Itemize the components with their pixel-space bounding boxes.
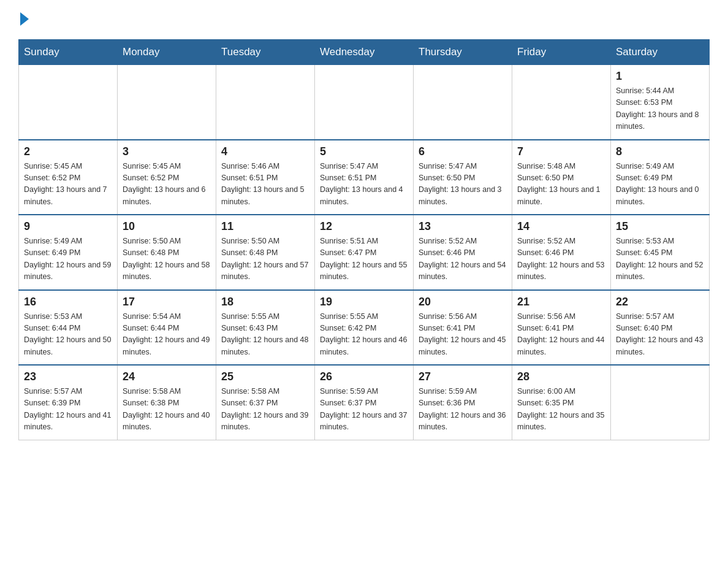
day-number: 21 — [517, 296, 605, 308]
calendar-cell: 4Sunrise: 5:46 AMSunset: 6:51 PMDaylight… — [216, 140, 315, 215]
day-info: Sunrise: 5:49 AMSunset: 6:49 PMDaylight:… — [616, 161, 704, 209]
day-number: 4 — [221, 145, 309, 158]
calendar-cell: 19Sunrise: 5:55 AMSunset: 6:42 PMDayligh… — [315, 290, 414, 366]
calendar-cell: 21Sunrise: 5:56 AMSunset: 6:41 PMDayligh… — [512, 290, 611, 366]
day-info: Sunrise: 5:54 AMSunset: 6:44 PMDaylight:… — [123, 311, 211, 359]
calendar-cell: 1Sunrise: 5:44 AMSunset: 6:53 PMDaylight… — [611, 65, 710, 140]
day-info: Sunrise: 5:44 AMSunset: 6:53 PMDaylight:… — [616, 85, 704, 133]
calendar-header-friday: Friday — [512, 40, 611, 65]
day-number: 19 — [320, 296, 408, 308]
day-info: Sunrise: 5:45 AMSunset: 6:52 PMDaylight:… — [123, 161, 211, 209]
calendar-week-row-4: 16Sunrise: 5:53 AMSunset: 6:44 PMDayligh… — [19, 290, 710, 366]
day-number: 15 — [616, 220, 704, 233]
day-number: 26 — [320, 370, 408, 383]
calendar-cell: 3Sunrise: 5:45 AMSunset: 6:52 PMDaylight… — [118, 140, 216, 215]
day-number: 24 — [123, 370, 211, 383]
calendar-cell: 8Sunrise: 5:49 AMSunset: 6:49 PMDaylight… — [611, 140, 710, 215]
day-number: 14 — [517, 220, 605, 233]
calendar-cell: 13Sunrise: 5:52 AMSunset: 6:46 PMDayligh… — [414, 215, 512, 290]
day-info: Sunrise: 6:00 AMSunset: 6:35 PMDaylight:… — [517, 386, 605, 434]
day-number: 27 — [419, 370, 507, 383]
calendar-cell: 5Sunrise: 5:47 AMSunset: 6:51 PMDaylight… — [315, 140, 414, 215]
calendar-cell: 18Sunrise: 5:55 AMSunset: 6:43 PMDayligh… — [216, 290, 315, 366]
day-info: Sunrise: 5:53 AMSunset: 6:45 PMDaylight:… — [616, 236, 704, 283]
day-info: Sunrise: 5:52 AMSunset: 6:46 PMDaylight:… — [517, 236, 605, 283]
calendar-cell — [216, 65, 315, 140]
calendar-cell: 28Sunrise: 6:00 AMSunset: 6:35 PMDayligh… — [512, 365, 611, 440]
day-number: 18 — [221, 296, 309, 308]
calendar-cell: 2Sunrise: 5:45 AMSunset: 6:52 PMDaylight… — [19, 140, 118, 215]
calendar-cell — [118, 65, 216, 140]
day-number: 9 — [24, 220, 112, 233]
day-number: 25 — [221, 370, 309, 383]
calendar-header-monday: Monday — [118, 40, 216, 65]
calendar-header-tuesday: Tuesday — [216, 40, 315, 65]
logo — [18, 12, 29, 27]
calendar-cell: 14Sunrise: 5:52 AMSunset: 6:46 PMDayligh… — [512, 215, 611, 290]
day-number: 6 — [419, 145, 507, 158]
day-number: 10 — [123, 220, 211, 233]
day-info: Sunrise: 5:50 AMSunset: 6:48 PMDaylight:… — [123, 236, 211, 283]
calendar-cell — [414, 65, 512, 140]
calendar-header-wednesday: Wednesday — [315, 40, 414, 65]
day-info: Sunrise: 5:47 AMSunset: 6:50 PMDaylight:… — [419, 161, 507, 209]
day-info: Sunrise: 5:51 AMSunset: 6:47 PMDaylight:… — [320, 236, 408, 283]
day-number: 23 — [24, 370, 112, 383]
day-number: 8 — [616, 145, 704, 158]
calendar-cell: 12Sunrise: 5:51 AMSunset: 6:47 PMDayligh… — [315, 215, 414, 290]
day-info: Sunrise: 5:59 AMSunset: 6:37 PMDaylight:… — [320, 386, 408, 434]
calendar-table: SundayMondayTuesdayWednesdayThursdayFrid… — [18, 39, 710, 440]
calendar-week-row-1: 1Sunrise: 5:44 AMSunset: 6:53 PMDaylight… — [19, 65, 710, 140]
day-info: Sunrise: 5:57 AMSunset: 6:39 PMDaylight:… — [24, 386, 112, 434]
day-number: 22 — [616, 296, 704, 308]
logo-chevron-icon — [20, 12, 29, 26]
day-number: 17 — [123, 296, 211, 308]
day-info: Sunrise: 5:55 AMSunset: 6:42 PMDaylight:… — [320, 311, 408, 359]
calendar-cell: 22Sunrise: 5:57 AMSunset: 6:40 PMDayligh… — [611, 290, 710, 366]
day-info: Sunrise: 5:50 AMSunset: 6:48 PMDaylight:… — [221, 236, 309, 283]
day-info: Sunrise: 5:49 AMSunset: 6:49 PMDaylight:… — [24, 236, 112, 283]
day-info: Sunrise: 5:45 AMSunset: 6:52 PMDaylight:… — [24, 161, 112, 209]
calendar-cell: 24Sunrise: 5:58 AMSunset: 6:38 PMDayligh… — [118, 365, 216, 440]
day-info: Sunrise: 5:56 AMSunset: 6:41 PMDaylight:… — [517, 311, 605, 359]
day-info: Sunrise: 5:46 AMSunset: 6:51 PMDaylight:… — [221, 161, 309, 209]
day-info: Sunrise: 5:56 AMSunset: 6:41 PMDaylight:… — [419, 311, 507, 359]
day-info: Sunrise: 5:58 AMSunset: 6:37 PMDaylight:… — [221, 386, 309, 434]
day-info: Sunrise: 5:58 AMSunset: 6:38 PMDaylight:… — [123, 386, 211, 434]
day-number: 12 — [320, 220, 408, 233]
calendar-week-row-3: 9Sunrise: 5:49 AMSunset: 6:49 PMDaylight… — [19, 215, 710, 290]
calendar-header-saturday: Saturday — [611, 40, 710, 65]
day-number: 7 — [517, 145, 605, 158]
calendar-cell: 11Sunrise: 5:50 AMSunset: 6:48 PMDayligh… — [216, 215, 315, 290]
day-number: 5 — [320, 145, 408, 158]
calendar-week-row-2: 2Sunrise: 5:45 AMSunset: 6:52 PMDaylight… — [19, 140, 710, 215]
calendar-cell: 27Sunrise: 5:59 AMSunset: 6:36 PMDayligh… — [414, 365, 512, 440]
calendar-cell: 6Sunrise: 5:47 AMSunset: 6:50 PMDaylight… — [414, 140, 512, 215]
day-number: 28 — [517, 370, 605, 383]
day-info: Sunrise: 5:59 AMSunset: 6:36 PMDaylight:… — [419, 386, 507, 434]
calendar-header-thursday: Thursday — [414, 40, 512, 65]
day-info: Sunrise: 5:52 AMSunset: 6:46 PMDaylight:… — [419, 236, 507, 283]
calendar-cell — [19, 65, 118, 140]
day-number: 20 — [419, 296, 507, 308]
calendar-cell: 15Sunrise: 5:53 AMSunset: 6:45 PMDayligh… — [611, 215, 710, 290]
calendar-week-row-5: 23Sunrise: 5:57 AMSunset: 6:39 PMDayligh… — [19, 365, 710, 440]
calendar-cell: 20Sunrise: 5:56 AMSunset: 6:41 PMDayligh… — [414, 290, 512, 366]
calendar-cell: 7Sunrise: 5:48 AMSunset: 6:50 PMDaylight… — [512, 140, 611, 215]
calendar-cell: 16Sunrise: 5:53 AMSunset: 6:44 PMDayligh… — [19, 290, 118, 366]
calendar-cell: 25Sunrise: 5:58 AMSunset: 6:37 PMDayligh… — [216, 365, 315, 440]
day-info: Sunrise: 5:48 AMSunset: 6:50 PMDaylight:… — [517, 161, 605, 209]
calendar-cell: 10Sunrise: 5:50 AMSunset: 6:48 PMDayligh… — [118, 215, 216, 290]
calendar-cell: 23Sunrise: 5:57 AMSunset: 6:39 PMDayligh… — [19, 365, 118, 440]
calendar-cell — [611, 365, 710, 440]
day-number: 11 — [221, 220, 309, 233]
calendar-cell: 9Sunrise: 5:49 AMSunset: 6:49 PMDaylight… — [19, 215, 118, 290]
day-number: 2 — [24, 145, 112, 158]
day-number: 3 — [123, 145, 211, 158]
day-info: Sunrise: 5:55 AMSunset: 6:43 PMDaylight:… — [221, 311, 309, 359]
calendar-cell — [315, 65, 414, 140]
day-info: Sunrise: 5:47 AMSunset: 6:51 PMDaylight:… — [320, 161, 408, 209]
day-info: Sunrise: 5:57 AMSunset: 6:40 PMDaylight:… — [616, 311, 704, 359]
day-number: 13 — [419, 220, 507, 233]
day-number: 1 — [616, 70, 704, 83]
